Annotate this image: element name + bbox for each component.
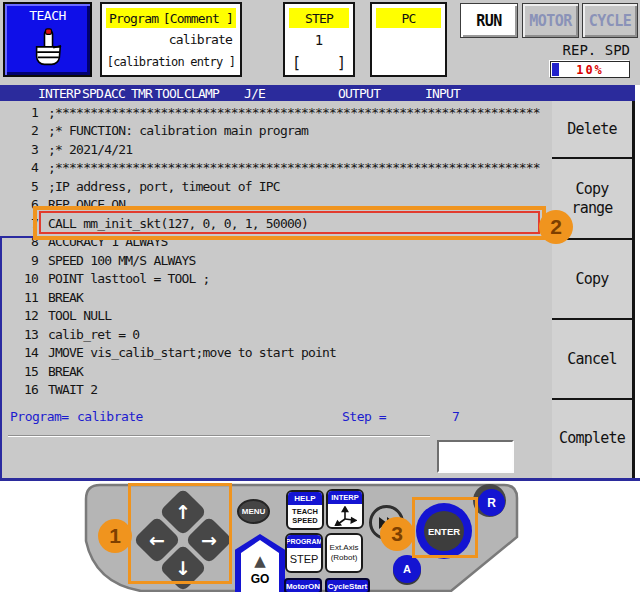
annotation-step-2: 2 bbox=[539, 210, 573, 244]
annotation-step-3: 3 bbox=[380, 517, 414, 551]
motor-on-label: MotorON bbox=[284, 578, 322, 592]
go-triangle-icon: ▲ bbox=[254, 553, 266, 569]
help-header: HELP bbox=[288, 492, 322, 505]
teach-pendant: TEACH Program [Comment ] calibrate [cali… bbox=[0, 0, 640, 592]
step-key-label: STEP bbox=[287, 548, 321, 571]
r-key[interactable]: R bbox=[478, 489, 505, 516]
annotation-box-line7 bbox=[33, 206, 546, 240]
program-header: PROGRAM bbox=[287, 535, 321, 548]
go-label: GO bbox=[251, 572, 270, 586]
annotation-box-enter bbox=[412, 497, 478, 558]
ext-axis-key[interactable]: Ext.Axis (Robot) bbox=[325, 533, 363, 573]
interp-key[interactable]: INTERP bbox=[326, 489, 364, 529]
program-step-key[interactable]: PROGRAM STEP bbox=[285, 533, 323, 573]
annotation-step-1: 1 bbox=[98, 519, 132, 553]
axis-icon bbox=[328, 504, 362, 527]
ext-axis-line2: (Robot) bbox=[331, 553, 358, 563]
teach-speed-key[interactable]: HELP TEACH SPEED bbox=[286, 490, 324, 530]
cycle-start-label: CycleStart bbox=[325, 578, 370, 592]
annotation-box-arrows bbox=[128, 483, 232, 584]
interp-header: INTERP bbox=[328, 491, 362, 504]
menu-key[interactable]: MENU bbox=[237, 499, 270, 524]
ext-axis-line1: Ext.Axis bbox=[330, 543, 359, 553]
go-key-face: ▲ GO bbox=[241, 540, 279, 592]
a-key[interactable]: A bbox=[393, 555, 421, 583]
teach-speed-line2: SPEED bbox=[292, 517, 317, 526]
